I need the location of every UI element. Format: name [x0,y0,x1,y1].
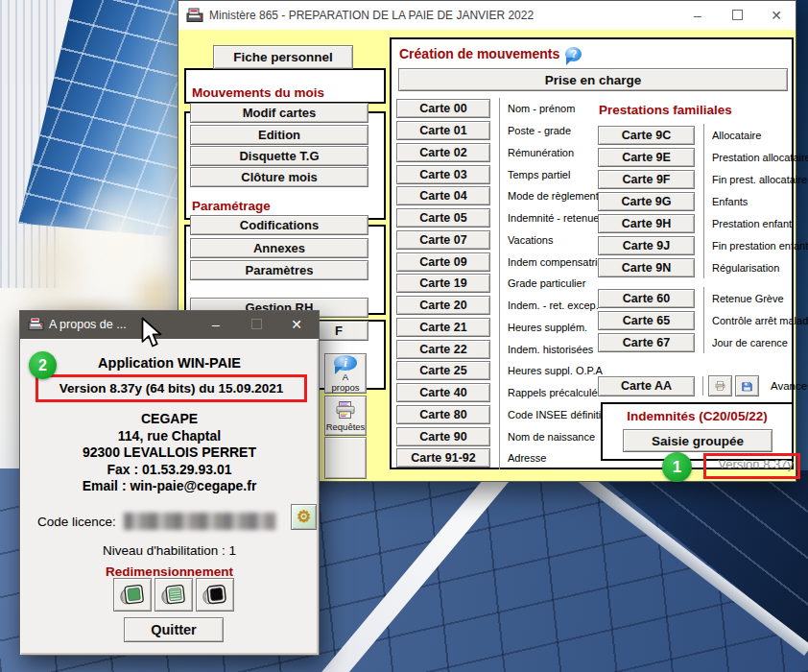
carte-07-label: Vacations [499,229,554,252]
carte-03-button[interactable]: Carte 03 [396,165,490,184]
creation-mouvements-title: Création de mouvements [399,46,559,61]
carte-91-92-label: Adresse [499,447,546,469]
carte-01-button[interactable]: Carte 01 [396,121,490,140]
carte-00-button[interactable]: Carte 00 [396,99,490,118]
carte-80-button[interactable]: Carte 80 [396,405,490,424]
prise-en-charge-button[interactable]: Prise en charge [398,68,788,91]
carte-19-button[interactable]: Carte 19 [396,274,490,293]
carte-aa-button[interactable]: Carte AA [598,376,695,396]
carte-9g-button[interactable]: Carte 9G [598,192,695,211]
modif-cartes-button[interactable]: Modif cartes [190,103,368,123]
edition-button[interactable]: Edition [190,125,368,145]
carte-21-label: Heures supplém. [499,317,587,339]
indemnites-title: Indemnités (C20/05/22) [603,409,792,423]
printer-icon [715,379,725,393]
carte-40-button[interactable]: Carte 40 [396,383,490,402]
company-address: 114, rue Chaptal [20,428,319,445]
monitor-green-icon [120,582,145,608]
version-label: Version 8.37y [718,457,794,471]
version-annotation-rect: Version 8.37y [703,453,800,479]
parametres-button[interactable]: Paramètres [190,260,368,280]
version-line-annotation-rect: Version 8.37y (64 bits) du 15.09.2021 [36,374,307,402]
minimize-icon[interactable]: – [205,311,226,339]
maximize-icon[interactable] [725,1,749,30]
company-email: Email : win-paie@cegape.fr [20,478,319,495]
close-icon[interactable]: ✕ [286,311,307,339]
carte-9f-button[interactable]: Carte 9F [598,170,695,189]
monitor-black-icon [202,582,227,608]
carte-9c-button[interactable]: Carte 9C [598,126,695,145]
code-licence-label: Code licence: [37,515,116,529]
carte-65-button[interactable]: Carte 65 [598,311,695,330]
carte-02-button[interactable]: Carte 02 [396,143,490,162]
prestations-familiales-title: Prestations familiales [599,103,732,117]
codifications-button[interactable]: Codifications [190,215,368,235]
about-dialog-titlebar[interactable]: A propos de ... – ✕ [20,311,319,339]
carte-00-label: Nom - prénom [499,98,575,120]
carte-01-label: Poste - grade [499,120,571,142]
carte-9g-row: Carte 9GEnfants [598,190,795,212]
carte-04-label: Mode de règlement [499,185,599,207]
carte-9j-button[interactable]: Carte 9J [598,236,695,255]
carte-67-button[interactable]: Carte 67 [598,333,695,352]
carte-9e-row: Carte 9EPrestation allocataire [598,146,795,168]
carte-60-row: Carte 60Retenue Grève [598,287,795,309]
requetes-button[interactable]: Requêtes [324,396,367,436]
disquette-tg-button[interactable]: Disquette T.G [190,146,368,166]
cartes-divers-list: Carte 60Retenue GrèveCarte 65Contrôle ar… [598,287,795,353]
carte-04-button[interactable]: Carte 04 [396,186,490,205]
habilitation-level: Niveau d'habilitation : 1 [20,543,319,558]
app-icon [28,317,44,335]
saisie-groupee-button[interactable]: Saisie groupée [623,429,772,452]
main-window-titlebar[interactable]: Ministère 865 - PREPARATION DE LA PAIE D… [178,1,796,30]
carte-20-label: Indem. - ret. excep. [499,295,599,317]
indemnites-box: Indemnités (C20/05/22) Saisie groupée [601,402,794,461]
licence-settings-button[interactable]: ⚙ [291,504,317,530]
carte-21-button[interactable]: Carte 21 [396,318,490,337]
mouvements-du-mois-title: Mouvements du mois [192,85,324,100]
main-window-title: Ministère 865 - PREPARATION DE LA PAIE D… [209,9,534,22]
company-fax: Fax : 01.53.29.93.01 [20,462,319,479]
resize-black-monitor-button[interactable] [196,578,234,612]
carte-22-label: Indem. historisées [499,338,593,360]
a-propos-label: A propos [331,372,360,393]
print-avances-button[interactable] [708,375,732,396]
avances-label: Avances [771,380,808,392]
help-bubble-icon[interactable]: ? [565,47,582,61]
code-licence-value-redacted [124,513,275,530]
empty-toolbar-button[interactable] [324,437,367,479]
carte-65-row: Carte 65Contrôle arrêt maladie [598,309,795,331]
carte-9e-button[interactable]: Carte 9E [598,148,695,167]
carte-60-button[interactable]: Carte 60 [598,289,695,308]
fiche-personnel-button[interactable]: Fiche personnel [213,45,353,69]
requetes-label: Requêtes [326,421,366,432]
carte-65-label: Contrôle arrêt maladie [703,309,808,331]
resize-striped-monitor-button[interactable] [154,578,193,612]
a-propos-button[interactable]: i A propos [324,353,367,394]
save-avances-button[interactable] [735,375,759,396]
resize-green-monitor-button[interactable] [113,578,152,612]
carte-9n-button[interactable]: Carte 9N [598,258,695,277]
minimize-icon[interactable]: – [686,1,709,30]
close-icon[interactable]: ✕ [765,1,788,30]
carte-67-row: Carte 67Jour de carence [598,331,795,353]
app-icon [186,8,203,27]
carte-02-label: Rémunération [499,142,574,164]
carte-9c-label: Allocataire [703,124,761,146]
company-name: CEGAPE [20,411,319,428]
carte-20-button[interactable]: Carte 20 [396,296,490,315]
annotation-badge-1: 1 [662,452,692,482]
quitter-button[interactable]: Quitter [124,617,224,642]
annexes-button[interactable]: Annexes [190,238,368,258]
cloture-mois-button[interactable]: Clôture mois [190,167,368,187]
carte-9h-button[interactable]: Carte 9H [598,214,695,233]
carte-25-button[interactable]: Carte 25 [396,361,490,380]
carte-09-button[interactable]: Carte 09 [396,252,490,272]
carte-07-button[interactable]: Carte 07 [396,230,490,250]
carte-91-92-button[interactable]: Carte 91-92 [396,448,490,468]
carte-9h-label: Prestation enfant [703,212,792,234]
carte-22-button[interactable]: Carte 22 [396,340,490,359]
about-dialog-body: Application WIN-PAIE Version 8.37y (64 b… [20,339,319,655]
carte-90-button[interactable]: Carte 90 [396,427,490,446]
carte-05-button[interactable]: Carte 05 [396,208,490,228]
